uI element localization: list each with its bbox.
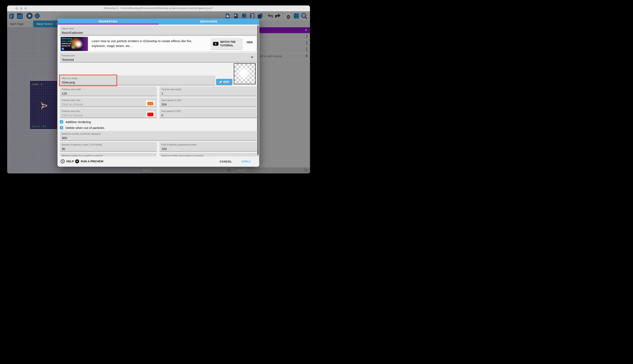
thumb-text: PARTICLE [62, 42, 71, 45]
thumb-text: GDevelop [62, 37, 72, 40]
layers-icon[interactable] [257, 13, 263, 19]
tab-base-scene[interactable]: Base Scene ✕ [33, 20, 59, 27]
tab-behaviors[interactable]: BEHAVIORS [158, 18, 259, 24]
help-label: HELP [66, 160, 74, 163]
dialog-footer: ? HELP RUN A PREVIEW CANCEL APPLY [58, 156, 259, 167]
search-placeholder: Search [142, 168, 151, 172]
field-label: Maximum number of particles displayed [62, 132, 101, 135]
editor-search-field[interactable]: Search [140, 167, 233, 174]
field-label: Number of particles in tank (-1 for infi… [62, 144, 102, 146]
object-list-row[interactable] [259, 46, 310, 53]
search-placeholder: Search [237, 168, 246, 172]
search-icon [304, 168, 308, 172]
thumb-text: FREE LIBRARY [62, 40, 74, 42]
start-opacity-field[interactable]: Start opacity (0-255) 204 [160, 98, 257, 107]
svg-text:1:1: 1:1 [302, 15, 305, 17]
search-icon [227, 168, 231, 172]
field-label: Flow of particles (particles/seconds) [161, 144, 196, 146]
object-list-row[interactable] [259, 33, 310, 40]
toolbar-separator [283, 12, 283, 19]
object-list-row[interactable] [259, 40, 310, 46]
row-menu-icon[interactable] [306, 48, 307, 51]
screenshot-stage: GDevelop 5 - /Users/dkarakay/Documents/G… [0, 0, 316, 182]
brush-icon [219, 80, 222, 84]
chevron-down-icon [251, 56, 253, 58]
objects-search-field[interactable]: Search [235, 167, 310, 174]
start-color-swatch[interactable] [146, 101, 155, 106]
object-name-field[interactable]: Object name BasicExplosion [60, 26, 257, 36]
field-label: Start opacity (0-255) [161, 99, 181, 102]
scene-window-icon[interactable] [17, 13, 23, 19]
color-swatch-red [147, 112, 153, 116]
edit-button-label: EDIT [223, 80, 229, 84]
tab-start-page[interactable]: Start Page [10, 20, 31, 27]
field-label: Particles start width [62, 88, 81, 90]
delete-when-out-checkbox[interactable]: ✓ [60, 126, 63, 129]
field-value: 30 [62, 147, 65, 150]
gdevelop-logo-icon: G [62, 48, 64, 50]
tab-label: Start Page [10, 22, 24, 26]
add-object-icon[interactable] [225, 13, 230, 19]
field-label: Minimum emitter force applied on particl… [62, 154, 103, 156]
window-title: GDevelop 5 - /Users/dkarakay/Documents/G… [7, 7, 310, 10]
watch-tutorial-label: WATCH THE TUTORIAL [220, 40, 238, 48]
game-preview-area: SCORE: 0 HEALTH: 100 [29, 80, 58, 130]
edit-image-button[interactable]: EDIT [216, 79, 232, 85]
annotation-highlight-box [59, 75, 117, 86]
redo-icon[interactable] [275, 14, 281, 18]
start-width-field[interactable]: Particles start width 120 [60, 86, 157, 96]
checkmark-icon: ✓ [61, 126, 62, 129]
field-label: End opacity (0-255) [161, 110, 181, 112]
start-color-field[interactable]: Particles start color Click to choose [60, 98, 157, 107]
canvas-scroll-indicator[interactable] [8, 124, 9, 126]
field-label: Particles end color [62, 110, 80, 112]
close-panel-icon[interactable]: ✕ [304, 28, 307, 32]
help-icon: ? [61, 159, 65, 163]
add-group-label: ick to add a group [260, 54, 282, 58]
cancel-button[interactable]: CANCEL [219, 160, 232, 163]
max-force-field[interactable]: Maximum emitter force applied on particl… [160, 153, 257, 156]
apply-button[interactable]: APPLY [241, 160, 251, 163]
min-force-field[interactable]: Minimum emitter force applied on particl… [60, 153, 157, 156]
field-label: Particles kind [62, 54, 75, 57]
hide-banner-button[interactable]: HIDE [244, 41, 255, 44]
zoom-1-1-icon[interactable]: 1:1 [301, 13, 307, 19]
tutorial-thumbnail[interactable]: GDevelop FREE LIBRARY PARTICLE EFFECTS G [61, 37, 88, 51]
max-particles-field[interactable]: Maximum number of particles displayed 30… [60, 131, 257, 141]
particles-kind-select[interactable]: Particles kind Textured [60, 53, 257, 62]
end-opacity-field[interactable]: End opacity (0-255) 0 [160, 108, 257, 118]
row-menu-icon[interactable] [306, 41, 307, 45]
edit-properties-icon[interactable] [249, 13, 255, 19]
field-value: Click to choose [62, 114, 83, 117]
add-group-row[interactable]: ick to add a group + [259, 53, 310, 60]
field-value: Textured [62, 58, 74, 62]
start-height-field[interactable]: Particles start height 1 [160, 86, 257, 96]
toggle-mask-icon[interactable] [284, 13, 290, 19]
additive-rendering-label: Additive rendering [66, 120, 91, 124]
end-color-field[interactable]: Particles end color Click to choose [60, 108, 157, 118]
add-group-plus-icon[interactable]: + [305, 53, 308, 59]
flow-field[interactable]: Flow of particles (particles/seconds) 10… [160, 142, 257, 152]
titlebar: GDevelop 5 - /Users/dkarakay/Documents/G… [7, 6, 310, 11]
field-value: 204 [161, 102, 167, 106]
help-button[interactable]: ? HELP [61, 159, 74, 163]
watch-tutorial-button[interactable]: WATCH THE TUTORIAL [211, 38, 242, 50]
spaceship-sprite[interactable] [41, 101, 48, 111]
field-label: Maximum emitter force applied on particl… [161, 154, 203, 156]
add-object-group-icon[interactable] [233, 13, 239, 19]
dialog-scrollbar-thumb[interactable] [257, 26, 259, 155]
debug-icon[interactable] [34, 12, 41, 19]
play-icon[interactable] [26, 12, 33, 19]
health-hud-text: HEALTH: 100 [32, 126, 46, 128]
additive-rendering-checkbox[interactable]: ✓ [60, 120, 63, 124]
end-color-swatch[interactable] [146, 112, 155, 118]
run-preview-button[interactable]: RUN A PREVIEW [75, 159, 104, 163]
project-manager-icon[interactable] [9, 13, 15, 19]
undo-icon[interactable] [267, 14, 273, 18]
tutorial-banner: GDevelop FREE LIBRARY PARTICLE EFFECTS G… [60, 36, 256, 52]
edit-scene-icon[interactable] [242, 13, 247, 19]
row-menu-icon[interactable] [306, 34, 307, 38]
toggle-grid-icon[interactable] [293, 13, 299, 19]
object-properties-dialog: PROPERTIES BEHAVIORS Object name BasicEx… [58, 18, 259, 167]
tank-field[interactable]: Number of particles in tank (-1 for infi… [60, 142, 157, 152]
